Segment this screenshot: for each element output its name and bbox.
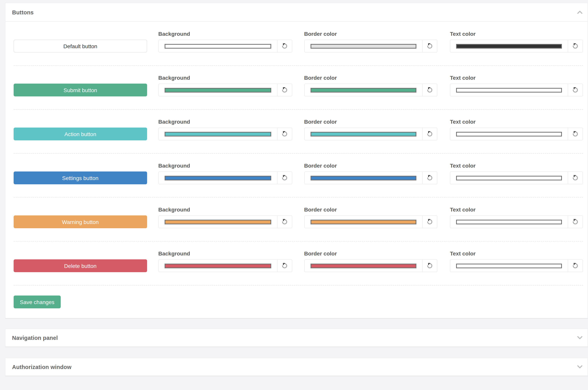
- undo-icon: [572, 131, 579, 137]
- color-swatch: [165, 219, 271, 224]
- buttons-panel-header[interactable]: Buttons: [5, 3, 588, 22]
- background-color-picker[interactable]: [158, 171, 292, 184]
- color-swatch-area[interactable]: [159, 260, 278, 272]
- chevron-down-icon[interactable]: [576, 364, 584, 370]
- text-color-field: Text color: [450, 163, 583, 184]
- text-color-label: Text color: [450, 163, 583, 169]
- color-swatch-area[interactable]: [450, 128, 568, 140]
- reset-color-button[interactable]: [277, 172, 292, 184]
- color-swatch-area[interactable]: [159, 172, 278, 184]
- background-color-picker[interactable]: [158, 128, 292, 140]
- authorization-panel: Authorization window: [5, 358, 588, 376]
- reset-color-button[interactable]: [568, 128, 583, 140]
- button-style-row: Warning button Background Border color: [14, 197, 583, 242]
- navigation-panel-header[interactable]: Navigation panel: [5, 329, 588, 346]
- color-swatch-area[interactable]: [304, 84, 423, 96]
- reset-color-button[interactable]: [568, 260, 583, 272]
- color-swatch-area[interactable]: [159, 40, 278, 52]
- reset-color-button[interactable]: [277, 128, 292, 140]
- chevron-up-icon[interactable]: [576, 9, 584, 16]
- border-color-picker[interactable]: [304, 84, 438, 97]
- border-color-picker[interactable]: [304, 215, 438, 228]
- color-swatch-area[interactable]: [159, 84, 278, 96]
- preview-button[interactable]: Action button: [14, 128, 147, 140]
- color-swatch: [165, 132, 271, 136]
- preview-button[interactable]: Settings button: [14, 171, 147, 184]
- button-style-row: Settings button Background Border color: [14, 154, 583, 197]
- chevron-down-icon[interactable]: [576, 334, 584, 341]
- background-color-picker[interactable]: [158, 84, 292, 97]
- reset-color-button[interactable]: [277, 40, 292, 52]
- preview-button[interactable]: Warning button: [14, 215, 147, 228]
- undo-icon: [281, 175, 288, 181]
- border-color-picker[interactable]: [304, 40, 438, 52]
- text-color-picker[interactable]: [450, 40, 583, 52]
- color-swatch-area[interactable]: [304, 40, 423, 52]
- text-color-picker[interactable]: [450, 128, 583, 140]
- border-color-picker[interactable]: [304, 259, 438, 272]
- reset-color-button[interactable]: [568, 216, 583, 228]
- reset-color-button[interactable]: [277, 260, 292, 272]
- authorization-panel-header[interactable]: Authorization window: [5, 358, 588, 376]
- background-field: Background: [158, 119, 292, 140]
- background-field: Background: [158, 75, 292, 97]
- background-color-picker[interactable]: [158, 215, 292, 228]
- text-color-picker[interactable]: [450, 259, 583, 272]
- color-swatch: [310, 132, 416, 136]
- reset-color-button[interactable]: [423, 84, 437, 96]
- undo-icon: [427, 175, 433, 181]
- color-swatch-area[interactable]: [450, 216, 568, 228]
- color-swatch-area[interactable]: [304, 172, 423, 184]
- reset-color-button[interactable]: [423, 40, 437, 52]
- text-color-field: Text color: [450, 75, 583, 97]
- reset-color-button[interactable]: [568, 84, 583, 96]
- color-swatch-area[interactable]: [450, 40, 568, 52]
- border-color-picker[interactable]: [304, 171, 438, 184]
- border-color-field: Border color: [304, 207, 438, 228]
- background-field: Background: [158, 251, 292, 272]
- text-color-picker[interactable]: [450, 171, 583, 184]
- background-color-picker[interactable]: [158, 40, 292, 52]
- reset-color-button[interactable]: [423, 216, 437, 228]
- color-swatch: [165, 176, 271, 180]
- preview-button[interactable]: Delete button: [14, 259, 147, 272]
- save-changes-button[interactable]: Save changes: [14, 295, 60, 308]
- preview-button[interactable]: Submit button: [14, 84, 147, 97]
- reset-color-button[interactable]: [568, 172, 583, 184]
- reset-color-button[interactable]: [423, 260, 437, 272]
- button-style-row: Submit button Background Border color: [14, 66, 583, 110]
- color-swatch-area[interactable]: [159, 128, 278, 140]
- reset-color-button[interactable]: [277, 216, 292, 228]
- background-color-picker[interactable]: [158, 259, 292, 272]
- color-swatch-area[interactable]: [450, 260, 568, 272]
- reset-color-button[interactable]: [277, 84, 292, 96]
- background-label: Background: [158, 207, 292, 213]
- color-swatch-area[interactable]: [304, 128, 423, 140]
- text-color-field: Text color: [450, 119, 583, 140]
- border-color-label: Border color: [304, 251, 438, 257]
- color-swatch: [310, 44, 416, 49]
- save-row: Save changes: [14, 285, 583, 318]
- color-swatch: [456, 88, 562, 92]
- reset-color-button[interactable]: [423, 128, 437, 140]
- color-swatch-area[interactable]: [450, 172, 568, 184]
- color-swatch: [456, 132, 562, 136]
- reset-color-button[interactable]: [568, 40, 583, 52]
- color-swatch-area[interactable]: [304, 216, 423, 228]
- border-color-label: Border color: [304, 119, 438, 125]
- preview-button[interactable]: Default button: [14, 40, 147, 52]
- border-color-label: Border color: [304, 31, 438, 37]
- theme-settings-page: Buttons Default button Background: [0, 3, 588, 390]
- reset-color-button[interactable]: [423, 172, 437, 184]
- button-style-row: Action button Background Border color: [14, 110, 583, 154]
- color-swatch-area[interactable]: [159, 216, 278, 228]
- color-swatch: [165, 44, 271, 49]
- undo-icon: [572, 43, 579, 49]
- text-color-picker[interactable]: [450, 84, 583, 97]
- color-swatch-area[interactable]: [304, 260, 423, 272]
- color-swatch-area[interactable]: [450, 84, 568, 96]
- undo-icon: [281, 262, 288, 269]
- border-color-picker[interactable]: [304, 128, 438, 140]
- text-color-picker[interactable]: [450, 215, 583, 228]
- color-swatch: [456, 44, 562, 49]
